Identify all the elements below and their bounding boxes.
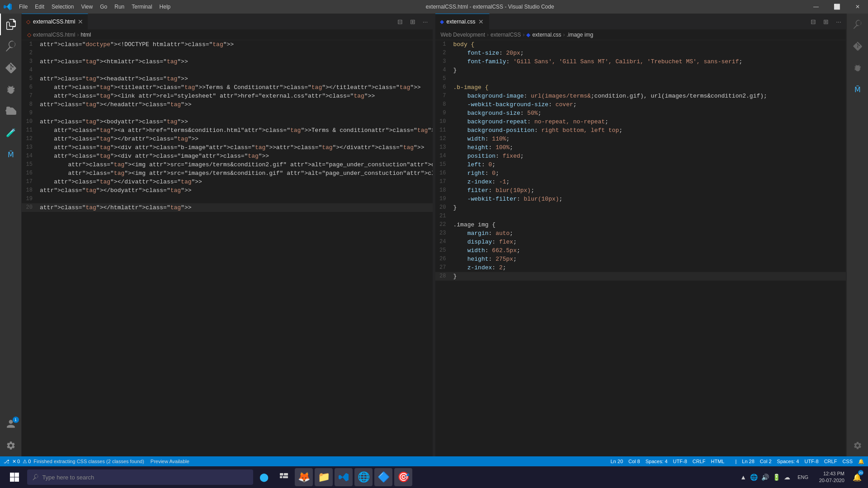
table-row[interactable]: 18 filter: blur(10px); xyxy=(435,186,846,195)
notification-button[interactable]: 🔔 20 xyxy=(850,468,864,486)
menu-file[interactable]: File xyxy=(15,0,31,14)
right-more-btn[interactable]: ··· xyxy=(833,16,844,27)
table-row[interactable]: 7 attr">class="tag"><link attr">rel="sty… xyxy=(22,92,433,100)
taskbar-more-icon[interactable]: 🎯 xyxy=(394,468,412,486)
table-row[interactable]: 15 attr">class="tag"><img attr">src="ima… xyxy=(22,160,433,169)
table-row[interactable]: 10 background-repeat: no-repeat, no-repe… xyxy=(435,117,846,126)
eol-left[interactable]: CRLF xyxy=(693,459,706,464)
table-row[interactable]: 18attr">class="tag"></bodyattr">class="t… xyxy=(22,186,433,195)
left-tab-html[interactable]: ◇ externalCSS.html ✕ xyxy=(22,14,88,29)
split-editor-btn[interactable]: ⊟ xyxy=(395,16,406,27)
activity-settings-icon[interactable] xyxy=(0,435,22,456)
table-row[interactable]: 3 font-family: 'Gill Sans', 'Gill Sans M… xyxy=(435,57,846,66)
menu-help[interactable]: Help xyxy=(156,0,175,14)
right-activity-search[interactable] xyxy=(847,14,868,35)
right-layout-btn[interactable]: ⊞ xyxy=(821,16,831,27)
taskbar-vscode-icon[interactable] xyxy=(335,468,353,486)
tray-battery-icon[interactable]: 🔋 xyxy=(773,474,780,481)
table-row[interactable]: 12 attr">class="tag"></brattr">class="ta… xyxy=(22,135,433,143)
table-row[interactable]: 21 xyxy=(435,212,846,221)
right-activity-remote[interactable]: M̃ xyxy=(847,79,868,100)
right-activity-settings[interactable] xyxy=(847,435,868,456)
breadcrumb-externalcss[interactable]: externalCSS xyxy=(491,32,521,38)
tray-up-arrow[interactable]: ▲ xyxy=(740,474,746,481)
tray-volume-icon[interactable]: 🔊 xyxy=(761,474,769,481)
breadcrumb-html-tag[interactable]: html xyxy=(80,32,91,38)
menu-view[interactable]: View xyxy=(77,0,96,14)
table-row[interactable]: 23 margin: auto; xyxy=(435,229,846,238)
table-row[interactable]: 5attr">class="tag"><headattr">class="tag… xyxy=(22,75,433,83)
table-row[interactable]: 17 attr">class="tag"></divattr">class="t… xyxy=(22,178,433,186)
activity-git-icon[interactable] xyxy=(0,57,22,79)
taskbar-explorer-icon[interactable]: 📁 xyxy=(315,468,333,486)
cursor-position-right[interactable]: Ln 28 xyxy=(742,459,755,464)
editor-more-btn[interactable]: ··· xyxy=(420,16,431,27)
table-row[interactable]: 3attr">class="tag"><htmlattr">class="tag… xyxy=(22,57,433,66)
tray-network-icon[interactable]: 🌐 xyxy=(750,474,758,481)
table-row[interactable]: 20} xyxy=(435,203,846,212)
table-row[interactable]: 11 background-position: right bottom, le… xyxy=(435,126,846,135)
table-row[interactable]: 9 background-size: 50%; xyxy=(435,109,846,117)
table-row[interactable]: 14 position: fixed; xyxy=(435,152,846,160)
table-row[interactable]: 6 attr">class="tag"><titleattr">class="t… xyxy=(22,83,433,92)
table-row[interactable]: 13 attr">class="tag"><div attr">class="b… xyxy=(22,143,433,152)
error-count[interactable]: ✕0 ⚠0 xyxy=(12,459,31,465)
encoding-left[interactable]: UTF-8 xyxy=(673,459,687,464)
encoding-right[interactable]: UTF-8 xyxy=(804,459,818,464)
clock[interactable]: 12:43 PM 20-07-2020 xyxy=(812,470,848,484)
lang-right[interactable]: CSS xyxy=(842,459,853,464)
table-row[interactable]: 15 left: 0; xyxy=(435,160,846,169)
cursor-position-left[interactable]: Ln 20 xyxy=(610,459,623,464)
table-row[interactable]: 9 xyxy=(22,109,433,117)
table-row[interactable]: 27 z-index: 2; xyxy=(435,263,846,272)
activity-debug-icon[interactable] xyxy=(0,79,22,100)
editor-layout-btn[interactable]: ⊞ xyxy=(407,16,418,27)
table-row[interactable]: 11 attr">class="tag"><a attr">href="term… xyxy=(22,126,433,135)
taskbar-blender-icon[interactable]: 🔷 xyxy=(374,468,392,486)
table-row[interactable]: 2 font-size: 20px; xyxy=(435,49,846,57)
table-row[interactable]: 4 xyxy=(22,66,433,75)
table-row[interactable]: 17 z-index: -1; xyxy=(435,178,846,186)
right-tab-css[interactable]: ◆ external.css ✕ xyxy=(435,14,490,29)
taskbar-search[interactable] xyxy=(27,469,253,485)
table-row[interactable]: 14 attr">class="tag"><div attr">class="i… xyxy=(22,152,433,160)
table-row[interactable]: 26 height: 275px; xyxy=(435,255,846,263)
table-row[interactable]: 4} xyxy=(435,66,846,75)
breadcrumb-filename[interactable]: externalCSS.html xyxy=(33,32,75,38)
close-button[interactable]: ✕ xyxy=(847,0,868,14)
task-view-button[interactable] xyxy=(275,468,293,486)
right-activity-git[interactable] xyxy=(847,35,868,57)
table-row[interactable]: 1attr">class="doctype"><!DOCTYPE htmlatt… xyxy=(22,40,433,49)
activity-search-icon[interactable] xyxy=(0,35,22,57)
right-code-area[interactable]: 1body {2 font-size: 20px;3 font-family: … xyxy=(435,40,846,456)
breadcrumb-css-selector[interactable]: .image img xyxy=(566,32,593,38)
tray-onedrive-icon[interactable]: ☁ xyxy=(784,474,790,481)
table-row[interactable]: 12 width: 110%; xyxy=(435,135,846,143)
activity-account-icon[interactable]: 1 xyxy=(0,413,22,435)
table-row[interactable]: 8attr">class="tag"></headattr">class="ta… xyxy=(22,100,433,109)
spaces-left[interactable]: Spaces: 4 xyxy=(646,459,668,464)
table-row[interactable]: 24 display: flex; xyxy=(435,238,846,246)
table-row[interactable]: 28} xyxy=(435,272,846,281)
spaces-right[interactable]: Spaces: 4 xyxy=(777,459,799,464)
table-row[interactable]: 7 background-image: url(images/terms&;co… xyxy=(435,92,846,100)
taskbar-search-input[interactable] xyxy=(42,474,248,481)
left-tab-close[interactable]: ✕ xyxy=(78,18,83,25)
breadcrumb-css-file[interactable]: external.css xyxy=(532,32,561,38)
table-row[interactable]: 19 xyxy=(22,195,433,203)
breadcrumb-webdev[interactable]: Web Development xyxy=(441,32,486,38)
notification-bell[interactable]: 🔔 xyxy=(858,459,864,465)
table-row[interactable]: 1body { xyxy=(435,40,846,49)
activity-test-icon[interactable]: 🧪 xyxy=(0,122,22,144)
cursor-col-left[interactable]: Col 8 xyxy=(628,459,640,464)
table-row[interactable]: 25 width: 662.5px; xyxy=(435,246,846,255)
right-tab-close[interactable]: ✕ xyxy=(478,18,484,25)
menu-edit[interactable]: Edit xyxy=(31,0,48,14)
table-row[interactable]: 10attr">class="tag"><bodyattr">class="ta… xyxy=(22,117,433,126)
taskbar-chrome-icon[interactable]: 🌐 xyxy=(354,468,373,486)
menu-run[interactable]: Run xyxy=(111,0,128,14)
table-row[interactable]: 13 height: 100%; xyxy=(435,143,846,152)
cortana-button[interactable]: ⬤ xyxy=(255,468,273,486)
table-row[interactable]: 19 -webkit-filter: blur(10px); xyxy=(435,195,846,203)
activity-explorer-icon[interactable] xyxy=(0,14,22,35)
